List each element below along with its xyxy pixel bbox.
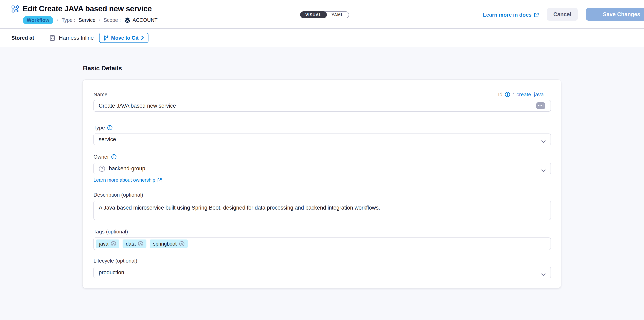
type-select[interactable]: service	[94, 134, 551, 145]
save-changes-button[interactable]: Save Changes	[586, 8, 644, 21]
description-label: Description (optional)	[94, 192, 143, 198]
external-link-icon	[157, 178, 162, 182]
workflow-icon	[11, 5, 20, 13]
scope-meta-label: Scope :	[104, 18, 121, 23]
page-header: Edit Create JAVA based new service Workf…	[0, 0, 644, 29]
owner-select-value: backend-group	[109, 166, 145, 172]
type-label: Type	[94, 124, 112, 131]
lifecycle-select[interactable]: production	[94, 266, 551, 278]
tags-label: Tags (optional)	[94, 228, 128, 235]
move-to-git-label: Move to Git	[111, 35, 138, 41]
ownership-link[interactable]: Learn more about ownership	[94, 177, 162, 183]
remove-tag-icon[interactable]	[111, 241, 116, 246]
id-label: Id	[498, 91, 502, 97]
tag-chip-label: java	[99, 241, 108, 246]
tab-yaml[interactable]: YAML	[326, 12, 349, 18]
name-field-wrapper	[94, 100, 551, 112]
header-title-block: Edit Create JAVA based new service Workf…	[11, 4, 158, 24]
storage-bar: Stored at Harness Inline Move to Git	[0, 29, 644, 47]
docs-link-label: Learn more in docs	[483, 12, 532, 18]
cancel-button[interactable]: Cancel	[547, 8, 578, 21]
external-link-icon	[534, 12, 539, 17]
type-meta-label: Type :	[62, 18, 75, 23]
visual-yaml-toggle: VISUAL YAML	[300, 11, 349, 18]
owner-label-text: Owner	[94, 154, 109, 160]
scope-meta-group: ACCOUNT	[124, 17, 158, 24]
chevron-down-icon	[541, 168, 546, 174]
owner-select[interactable]: backend-group	[94, 163, 551, 174]
inline-storage-icon	[50, 34, 56, 41]
info-icon[interactable]	[505, 92, 510, 97]
chevron-right-icon	[141, 36, 144, 40]
tag-chip: springboot	[150, 240, 188, 248]
remove-tag-icon[interactable]	[179, 241, 184, 246]
name-label: Name	[94, 91, 108, 97]
id-value[interactable]: create_java_...	[516, 91, 551, 97]
help-icon	[99, 165, 105, 172]
section-title: Basic Details	[83, 65, 644, 72]
id-group: Id : create_java_...	[498, 91, 551, 97]
type-label-text: Type	[94, 124, 105, 131]
main-content: Basic Details Name Id : create_java_...	[0, 47, 644, 288]
remove-tag-icon[interactable]	[138, 241, 144, 246]
page-title: Edit Create JAVA based new service	[23, 4, 152, 13]
tag-chip-label: springboot	[153, 241, 177, 246]
ownership-link-label: Learn more about ownership	[94, 177, 155, 183]
tab-visual[interactable]: VISUAL	[300, 11, 327, 18]
entity-meta-row: Workflow • Type : Service • Scope : ACCO…	[23, 16, 158, 24]
info-icon[interactable]	[107, 125, 112, 130]
git-branch-icon	[103, 35, 108, 41]
lifecycle-select-value: production	[99, 270, 124, 276]
layers-icon	[124, 17, 130, 24]
owner-label: Owner	[94, 154, 117, 160]
runtime-input-button[interactable]	[536, 102, 545, 109]
scope-meta-value: ACCOUNT	[132, 18, 158, 23]
id-separator: :	[512, 91, 514, 97]
entity-kind-badge: Workflow	[23, 16, 54, 24]
move-to-git-button[interactable]: Move to Git	[99, 33, 148, 43]
description-textarea[interactable]: A Java-based microservice built using Sp…	[94, 201, 551, 220]
basic-details-card: Name Id : create_java_...	[82, 80, 561, 288]
chevron-down-icon	[541, 272, 546, 278]
tags-input[interactable]: javadataspringboot	[94, 238, 551, 250]
tag-chip-label: data	[126, 241, 136, 246]
tag-chip: java	[96, 240, 119, 248]
type-meta-value: Service	[79, 18, 96, 23]
name-input[interactable]	[99, 103, 546, 109]
meta-separator: •	[57, 18, 58, 23]
lifecycle-label: Lifecycle (optional)	[94, 258, 137, 264]
meta-separator: •	[99, 18, 100, 23]
info-icon[interactable]	[112, 154, 117, 160]
tag-chip: data	[122, 240, 147, 248]
docs-link[interactable]: Learn more in docs	[483, 12, 539, 18]
stored-at-label: Stored at	[11, 35, 34, 41]
type-select-value: service	[99, 136, 116, 142]
app-root: Edit Create JAVA based new service Workf…	[0, 0, 644, 320]
storage-value: Harness Inline	[59, 35, 94, 41]
chevron-down-icon	[541, 138, 546, 144]
